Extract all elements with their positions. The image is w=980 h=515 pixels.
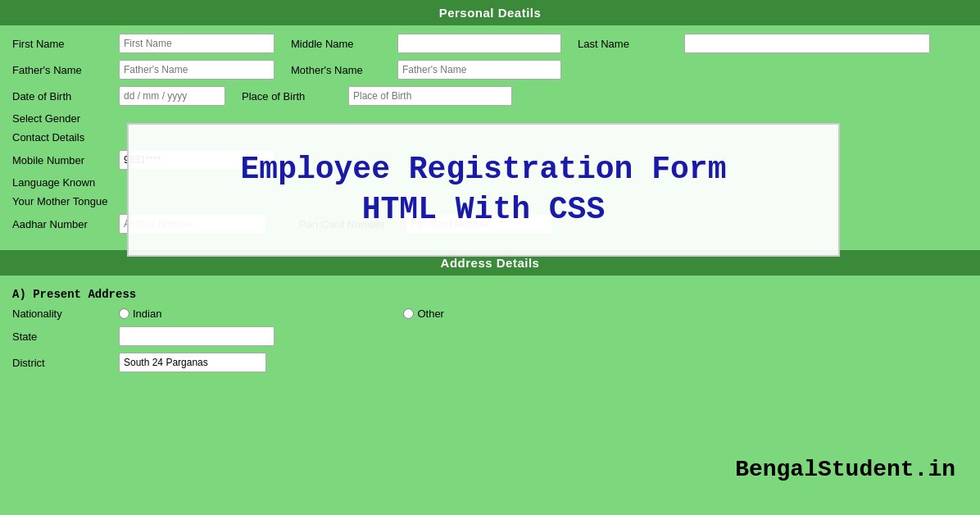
overlay-banner: Employee Registration Form HTML With CSS	[127, 123, 840, 257]
fathers-name-label: Father's Name	[12, 64, 119, 76]
dob-group: Date of Birth	[12, 86, 225, 106]
overlay-title: Employee Registration Form HTML With CSS	[161, 149, 805, 230]
fathers-name-input[interactable]	[119, 60, 274, 80]
dob-label: Date of Birth	[12, 90, 119, 103]
nationality-indian-option[interactable]: Indian	[119, 308, 161, 320]
district-row: District	[12, 353, 968, 372]
name-row: First Name Middle Name Last Name	[12, 34, 968, 53]
district-input[interactable]	[119, 353, 266, 372]
overlay-line1: Employee Registration Form	[161, 149, 805, 189]
mobile-label: Mobile Number	[12, 154, 119, 166]
middle-name-input[interactable]	[397, 34, 561, 53]
nationality-other-label: Other	[417, 308, 444, 320]
gender-label: Select Gender	[12, 112, 119, 125]
dob-input[interactable]	[119, 86, 225, 106]
nationality-label: Nationality	[12, 308, 119, 320]
dob-pob-row: Date of Birth Place of Birth	[12, 86, 968, 106]
middle-name-group: Middle Name	[291, 34, 561, 53]
state-row: State	[12, 326, 968, 346]
parents-row: Father's Name Mother's Name	[12, 60, 968, 80]
pob-label: Place of Birth	[242, 90, 348, 103]
address-details-form: A) Present Address Nationality Indian Ot…	[0, 276, 980, 385]
first-name-label: First Name	[12, 38, 119, 50]
nationality-other-radio[interactable]	[403, 308, 414, 319]
first-name-input[interactable]	[119, 34, 274, 53]
present-address-subheader: A) Present Address	[12, 288, 968, 301]
nationality-indian-radio[interactable]	[119, 308, 129, 319]
district-label: District	[12, 357, 119, 369]
mothers-name-label: Mother's Name	[291, 64, 397, 76]
personal-header-text: Personal Deatils	[439, 6, 542, 20]
overlay-line2: HTML With CSS	[161, 189, 805, 230]
first-name-group: First Name	[12, 34, 274, 53]
personal-section-header: Personal Deatils	[0, 0, 980, 25]
last-name-input[interactable]	[684, 34, 930, 53]
nationality-indian-label: Indian	[133, 308, 161, 320]
aadhar-label: Aadhar Number	[12, 218, 119, 230]
fathers-name-group: Father's Name	[12, 60, 274, 80]
watermark: BengalStudent.in	[735, 457, 955, 482]
last-name-group: Last Name	[578, 34, 930, 53]
nationality-radio-group: Indian Other	[119, 308, 444, 320]
pob-group: Place of Birth	[242, 86, 512, 106]
contact-label: Contact Details	[12, 131, 119, 144]
mothers-name-group: Mother's Name	[291, 60, 561, 80]
language-label: Language Known	[12, 176, 119, 189]
state-label: State	[12, 330, 119, 343]
nationality-other-option[interactable]: Other	[403, 308, 444, 320]
address-header-text: Address Details	[441, 256, 540, 270]
pob-input[interactable]	[348, 86, 512, 106]
middle-name-label: Middle Name	[291, 38, 397, 50]
nationality-row: Nationality Indian Other	[12, 308, 968, 320]
mother-tongue-label: Your Mother Tongue	[12, 195, 119, 207]
last-name-label: Last Name	[578, 38, 684, 50]
mothers-name-input[interactable]	[397, 60, 561, 80]
state-input[interactable]	[119, 326, 274, 346]
